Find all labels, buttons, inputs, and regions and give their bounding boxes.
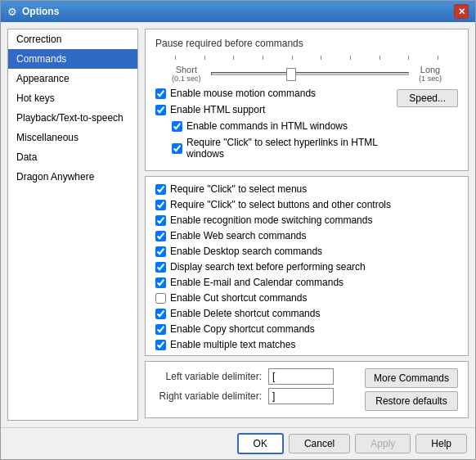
checkbox-delete-shortcut-input[interactable] xyxy=(155,309,166,319)
checkbox-copy-shortcut-input[interactable] xyxy=(155,324,166,335)
checkbox-html-links-input[interactable] xyxy=(172,143,182,154)
tick xyxy=(321,56,321,60)
left-delimiter-label: Left variable delimiter: xyxy=(155,371,262,382)
checkbox-display-search-label: Display search text before performing se… xyxy=(170,261,366,273)
checkbox-web-search-label: Enable Web search commands xyxy=(170,230,307,241)
checkbox-click-menus-label: Require "Click" to select menus xyxy=(170,183,307,195)
checkbox-email-calendar-input[interactable] xyxy=(155,277,166,288)
apply-button[interactable]: Apply xyxy=(355,434,411,453)
delimiter-col: Left variable delimiter: Right variable … xyxy=(155,368,358,404)
checkbox-desktop-search: Enable Desktop search commands xyxy=(155,246,458,257)
more-commands-button[interactable]: More Commands xyxy=(365,368,458,388)
window-icon: ⚙ xyxy=(7,6,17,18)
checkbox-cut-shortcut-input[interactable] xyxy=(155,293,166,304)
right-delimiter-row: Right variable delimiter: xyxy=(155,388,358,404)
left-delimiter-row: Left variable delimiter: xyxy=(155,368,358,385)
slider-thumb[interactable] xyxy=(286,68,296,81)
sidebar-item-data[interactable]: Data xyxy=(8,147,137,167)
checkbox-delete-shortcut: Enable Delete shortcut commands xyxy=(155,308,458,319)
checkbox-multi-text-label: Enable multiple text matches xyxy=(170,339,295,350)
pause-section: Pause required before commands Short xyxy=(145,29,469,171)
checkbox-click-menus: Require "Click" to select menus xyxy=(155,183,458,195)
tick xyxy=(379,56,380,60)
checkbox-html-commands-input[interactable] xyxy=(172,121,182,132)
ok-button[interactable]: OK xyxy=(237,433,284,454)
tick xyxy=(438,56,438,60)
checkbox-click-menus-input[interactable] xyxy=(155,184,166,195)
checkbox-copy-shortcut: Enable Copy shortcut commands xyxy=(155,323,458,335)
sidebar-item-hot-keys[interactable]: Hot keys xyxy=(8,88,137,108)
restore-defaults-button[interactable]: Restore defaults xyxy=(365,391,458,411)
checkbox-html-support: Enable HTML support xyxy=(155,104,397,115)
checkbox-mouse-motion: Enable mouse motion commands xyxy=(155,88,397,99)
pause-title: Pause required before commands xyxy=(155,38,458,49)
cancel-button[interactable]: Cancel xyxy=(289,434,350,453)
title-bar: ⚙ Options ✕ xyxy=(1,1,475,22)
options-window: ⚙ Options ✕ CorrectionCommandsAppearance… xyxy=(0,0,476,460)
checkbox-email-calendar: Enable E-mail and Calendar commands xyxy=(155,277,458,288)
help-button[interactable]: Help xyxy=(415,434,467,453)
tick xyxy=(175,56,176,60)
right-delimiter-input[interactable] xyxy=(268,388,334,404)
slider-track[interactable] xyxy=(211,72,409,75)
bottom-bar: OK Cancel Apply Help xyxy=(1,427,475,459)
checkbox-mouse-motion-input[interactable] xyxy=(155,88,166,99)
checkbox-recognition-mode: Enable recognition mode switching comman… xyxy=(155,214,458,226)
sidebar-item-commands[interactable]: Commands xyxy=(8,49,137,69)
content-area: CorrectionCommandsAppearanceHot keysPlay… xyxy=(1,22,475,427)
checkbox-start-menu: Enable launching from the Start menu xyxy=(155,354,458,356)
checkbox-display-search-input[interactable] xyxy=(155,262,166,273)
sidebar-item-playback[interactable]: Playback/Text-to-speech xyxy=(8,108,137,128)
checkbox-html-links: Require "Click" to select hyperlinks in … xyxy=(155,137,397,160)
checkbox-html-support-input[interactable] xyxy=(155,105,166,115)
window-title: Options xyxy=(22,6,59,17)
tick xyxy=(350,56,351,60)
slider-row: Short (0.1 sec) Long (1 sec) xyxy=(155,65,458,83)
checkbox-html-links-label: Require "Click" to select hyperlinks in … xyxy=(186,137,397,160)
lower-panel: Left variable delimiter: Right variable … xyxy=(145,361,469,418)
checkbox-display-search: Display search text before performing se… xyxy=(155,261,458,273)
checkbox-email-calendar-label: Enable E-mail and Calendar commands xyxy=(170,277,344,288)
checkbox-delete-shortcut-label: Enable Delete shortcut commands xyxy=(170,308,320,319)
checkbox-click-buttons-label: Require "Click" to select buttons and ot… xyxy=(170,199,391,210)
sidebar: CorrectionCommandsAppearanceHot keysPlay… xyxy=(7,29,138,421)
checkbox-multi-text: Enable multiple text matches xyxy=(155,339,458,350)
checkbox-web-search: Enable Web search commands xyxy=(155,230,458,241)
checkbox-html-support-label: Enable HTML support xyxy=(170,104,265,115)
lower-row: Left variable delimiter: Right variable … xyxy=(155,368,458,411)
checkbox-desktop-search-input[interactable] xyxy=(155,246,166,257)
action-buttons: More Commands Restore defaults xyxy=(365,368,458,411)
sidebar-item-miscellaneous[interactable]: Miscellaneous xyxy=(8,128,137,147)
main-panel: Pause required before commands Short xyxy=(145,29,469,421)
tick xyxy=(233,56,234,60)
checkbox-mouse-motion-label: Enable mouse motion commands xyxy=(170,88,316,99)
checkbox-recognition-mode-input[interactable] xyxy=(155,215,166,226)
title-bar-left: ⚙ Options xyxy=(7,6,59,18)
checkbox-click-buttons: Require "Click" to select buttons and ot… xyxy=(155,199,458,210)
sidebar-item-dragon-anywhere[interactable]: Dragon Anywhere xyxy=(8,167,137,187)
checkbox-web-search-input[interactable] xyxy=(155,231,166,241)
tick xyxy=(408,56,409,60)
tick xyxy=(204,56,205,60)
long-label: Long (1 sec) xyxy=(419,65,442,83)
sidebar-item-correction[interactable]: Correction xyxy=(8,29,137,49)
tick-marks xyxy=(155,56,458,60)
checkbox-cut-shortcut: Enable Cut shortcut commands xyxy=(155,292,458,304)
checkbox-desktop-search-label: Enable Desktop search commands xyxy=(170,246,322,257)
close-button[interactable]: ✕ xyxy=(454,4,469,19)
checkbox-cut-shortcut-label: Enable Cut shortcut commands xyxy=(170,292,307,304)
checkbox-start-menu-label: Enable launching from the Start menu xyxy=(170,354,335,356)
checkbox-html-commands: Enable commands in HTML windows xyxy=(155,120,397,132)
sidebar-item-appearance[interactable]: Appearance xyxy=(8,69,137,88)
checkbox-click-buttons-input[interactable] xyxy=(155,200,166,210)
right-delimiter-label: Right variable delimiter: xyxy=(155,390,262,402)
tick xyxy=(292,56,293,60)
tick xyxy=(263,56,263,60)
checkbox-copy-shortcut-label: Enable Copy shortcut commands xyxy=(170,323,315,335)
checkboxes-main-panel: Require "Click" to select menusRequire "… xyxy=(145,176,469,356)
checkbox-start-menu-input[interactable] xyxy=(155,355,166,357)
checkbox-recognition-mode-label: Enable recognition mode switching comman… xyxy=(170,214,372,226)
left-delimiter-input[interactable] xyxy=(268,368,334,385)
speed-button[interactable]: Speed... xyxy=(397,89,458,107)
checkbox-multi-text-input[interactable] xyxy=(155,340,166,350)
